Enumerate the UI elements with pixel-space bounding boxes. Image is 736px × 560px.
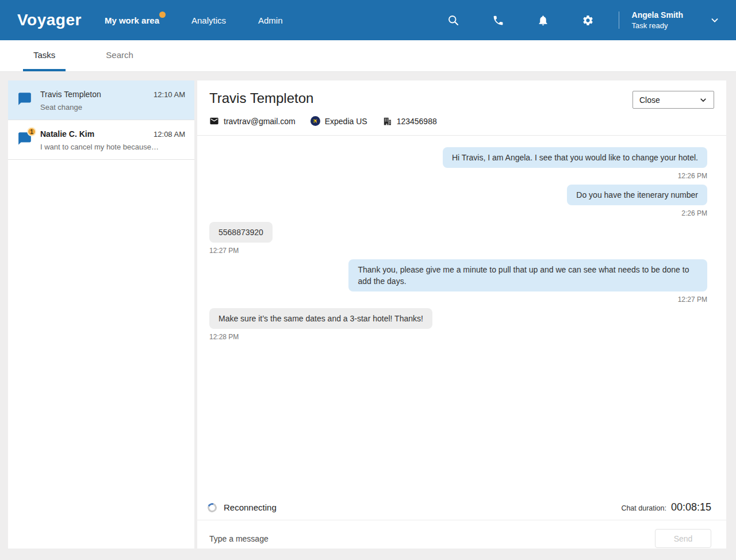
- message-timestamp: 12:26 PM: [678, 172, 707, 180]
- message-bubble: Do you have the itenerary number: [567, 185, 707, 205]
- main-nav: My work area Analytics Admin: [105, 16, 315, 25]
- message-timestamp: 12:27 PM: [209, 247, 239, 255]
- email-icon: [209, 116, 219, 126]
- task-time: 12:08 AM: [154, 130, 185, 139]
- bell-icon[interactable]: [537, 14, 550, 26]
- task-name: Natalie C. Kim: [40, 129, 94, 139]
- tab-tasks[interactable]: Tasks: [23, 40, 66, 71]
- chat-message-agent: Do you have the itenerary number 2:26 PM: [209, 185, 707, 217]
- chat-duration-label: Chat duration:: [621, 504, 666, 512]
- chat-message-customer: Make sure it’s the same dates and a 3-st…: [209, 308, 707, 341]
- chat-bubble-icon: 1: [17, 131, 32, 146]
- user-status: Task ready: [632, 21, 683, 30]
- chat-panel: Travis Templeton Close travtrav@gmail.co…: [197, 80, 726, 549]
- message-timestamp: 2:26 PM: [681, 209, 707, 217]
- search-icon[interactable]: [447, 14, 460, 26]
- message-bubble: 5568873920: [209, 222, 273, 243]
- gear-icon[interactable]: [582, 14, 595, 26]
- chevron-down-icon: [699, 96, 707, 104]
- task-time: 12:10 AM: [154, 90, 185, 99]
- expedia-logo-icon: ✈: [310, 116, 320, 126]
- message-timestamp: 12:28 PM: [209, 333, 239, 341]
- notification-dot-icon: [159, 11, 166, 18]
- chat-message-agent: Hi Travis, I am Angela. I see that you w…: [209, 147, 707, 180]
- plane-glyph: ✈: [311, 117, 319, 125]
- contact-email: travtrav@gmail.com: [209, 116, 296, 126]
- chat-message-agent: Thank you, please give me a minute to pu…: [209, 259, 707, 304]
- chat-header: Travis Templeton Close travtrav@gmail.co…: [197, 80, 726, 136]
- contact-email-value: travtrav@gmail.com: [224, 117, 296, 126]
- message-timestamp: 12:27 PM: [678, 296, 707, 304]
- building-icon: [382, 116, 392, 126]
- unread-count-badge: 1: [27, 127, 36, 136]
- tab-label: Tasks: [33, 50, 55, 60]
- task-preview: Seat change: [40, 103, 185, 112]
- task-item-travis-templeton[interactable]: Travis Templeton 12:10 AM Seat change: [8, 80, 194, 120]
- chat-message-customer: 5568873920 12:27 PM: [209, 222, 707, 255]
- task-list: Travis Templeton 12:10 AM Seat change 1 …: [8, 80, 194, 549]
- close-task-dropdown[interactable]: Close: [632, 91, 714, 109]
- message-history: Hi Travis, I am Angela. I see that you w…: [197, 136, 726, 495]
- user-menu[interactable]: Angela Smith Task ready: [632, 10, 683, 30]
- nav-item-label: Admin: [258, 16, 283, 25]
- message-composer: Send: [197, 520, 726, 549]
- tab-search[interactable]: Search: [95, 40, 144, 71]
- message-bubble: Make sure it’s the same dates and a 3-st…: [209, 308, 432, 329]
- phone-icon[interactable]: [492, 14, 505, 26]
- contact-brand-value: Expedia US: [325, 117, 367, 126]
- top-bar-actions: Angela Smith Task ready: [415, 10, 720, 30]
- message-bubble: Hi Travis, I am Angela. I see that you w…: [443, 147, 707, 168]
- connection-status: Reconnecting: [208, 503, 277, 512]
- message-bubble: Thank you, please give me a minute to pu…: [348, 259, 707, 291]
- nav-item-analytics[interactable]: Analytics: [191, 16, 226, 25]
- contact-row: travtrav@gmail.com ✈ Expedia US 12345698…: [209, 116, 714, 126]
- task-preview: I want to cancel my hote because…: [40, 143, 185, 151]
- task-name: Travis Templeton: [40, 90, 101, 99]
- spinner-icon: [206, 501, 218, 513]
- contact-account-value: 123456988: [397, 117, 437, 126]
- contact-brand: ✈ Expedia US: [310, 116, 367, 126]
- user-name: Angela Smith: [632, 10, 683, 20]
- tab-bar: Tasks Search: [0, 40, 736, 72]
- task-item-body: Travis Templeton 12:10 AM Seat change: [40, 90, 185, 112]
- message-input[interactable]: [209, 529, 643, 549]
- chevron-down-icon[interactable]: [710, 15, 720, 25]
- task-item-natalie-c-kim[interactable]: 1 Natalie C. Kim 12:08 AM I want to canc…: [8, 120, 194, 160]
- top-bar-divider: [619, 11, 619, 29]
- nav-item-admin[interactable]: Admin: [258, 16, 283, 25]
- close-task-dropdown-value: Close: [639, 95, 660, 105]
- chat-duration: Chat duration: 00:08:15: [621, 501, 711, 513]
- connection-status-label: Reconnecting: [224, 503, 277, 512]
- task-item-body: Natalie C. Kim 12:08 AM I want to cancel…: [40, 129, 185, 151]
- nav-item-label: Analytics: [191, 16, 226, 25]
- tab-label: Search: [106, 50, 133, 60]
- nav-item-label: My work area: [105, 16, 159, 25]
- main-content: Travis Templeton 12:10 AM Seat change 1 …: [0, 72, 736, 560]
- top-bar: Voyager My work area Analytics Admin Ang…: [0, 0, 736, 40]
- contact-account: 123456988: [382, 116, 437, 126]
- app-logo[interactable]: Voyager: [17, 11, 82, 29]
- chat-duration-value: 00:08:15: [671, 501, 711, 513]
- nav-item-my-work-area[interactable]: My work area: [105, 16, 159, 25]
- chat-bubble-icon: [17, 91, 32, 106]
- send-button[interactable]: Send: [655, 529, 711, 548]
- connection-status-bar: Reconnecting Chat duration: 00:08:15: [197, 495, 726, 520]
